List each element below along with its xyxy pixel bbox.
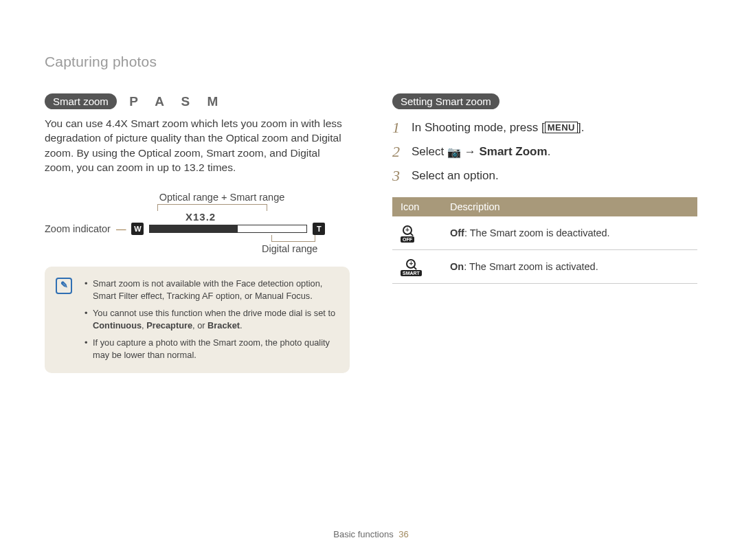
zoom-indicator-label: Zoom indicator <box>45 223 111 234</box>
smart-zoom-pill: Smart zoom <box>45 93 117 109</box>
note-box: ✎ Smart zoom is not available with the F… <box>45 267 350 373</box>
menu-button-icon: MENU <box>545 122 578 133</box>
zoom-diagram: Optical range + Smart range X13.2 Zoom i… <box>45 192 350 254</box>
smart-zoom-paragraph: You can use 4.4X Smart zoom which lets y… <box>45 116 350 175</box>
mode-letters: P A S M <box>129 94 225 109</box>
step-1: 1 In Shooting mode, press [MENU]. <box>392 119 697 137</box>
table-row: +OFF Off: The Smart zoom is deactivated. <box>392 216 697 250</box>
table-header-description: Description <box>442 197 697 216</box>
left-column: Smart zoom P A S M You can use 4.4X Smar… <box>45 93 350 373</box>
step-2: 2 Select 📷 → Smart Zoom. <box>392 143 697 161</box>
diagram-top-label: Optical range + Smart range <box>94 192 350 203</box>
step-number: 2 <box>392 143 405 161</box>
right-column: Setting Smart zoom 1 In Shooting mode, p… <box>392 93 697 373</box>
smart-zoom-off-icon: +OFF <box>401 225 414 243</box>
page-footer: Basic functions 36 <box>0 529 742 539</box>
zoom-readout: X13.2 <box>186 211 350 223</box>
tele-end-icon: T <box>313 223 325 235</box>
step-3: 3 Select an option. <box>392 167 697 185</box>
smart-zoom-on-icon: +SMART <box>401 259 422 276</box>
diagram-bottom-label: Digital range <box>262 243 350 254</box>
options-table: Icon Description +OFF Off: The Smart zoo… <box>392 197 697 284</box>
camera-icon: 📷 <box>447 146 461 158</box>
table-row: +SMART On: The Smart zoom is activated. <box>392 250 697 284</box>
note-icon: ✎ <box>56 278 72 294</box>
note-item: Smart zoom is not available with the Fac… <box>85 278 337 303</box>
zoom-bar <box>149 225 307 233</box>
callout-line-icon: — <box>116 223 126 234</box>
note-item: You cannot use this function when the dr… <box>85 307 337 333</box>
wide-end-icon: W <box>131 223 144 235</box>
setting-smart-zoom-pill: Setting Smart zoom <box>392 93 499 109</box>
note-item: If you capture a photo with the Smart zo… <box>85 337 337 362</box>
step-number: 1 <box>392 119 405 137</box>
page-header: Capturing photos <box>45 54 697 70</box>
step-number: 3 <box>392 167 405 185</box>
table-header-icon: Icon <box>392 197 442 216</box>
